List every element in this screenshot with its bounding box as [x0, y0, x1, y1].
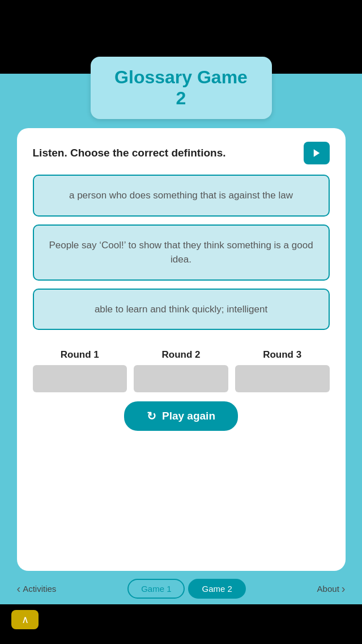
answer-option-2[interactable]: People say ‘Cool!’ to show that they thi… — [33, 224, 330, 281]
main-card: Listen. Choose the correct defintions. a… — [17, 128, 346, 571]
activities-label: Activities — [23, 584, 56, 594]
round-2-box — [134, 365, 228, 392]
round-2-col: Round 2 — [134, 349, 228, 392]
round-1-col: Round 1 — [33, 349, 127, 392]
bottom-nav: ‹ Activities Game 1 Game 2 About › — [17, 579, 346, 604]
about-label: About — [317, 584, 339, 594]
bottom-bar: ∧ — [0, 604, 362, 644]
title-banner: Glossary Game 2 — [91, 57, 272, 119]
game-2-button[interactable]: Game 2 — [188, 579, 245, 599]
instruction-row: Listen. Choose the correct defintions. — [33, 142, 330, 164]
nav-activities[interactable]: ‹ Activities — [17, 582, 57, 595]
round-3-col: Round 3 — [235, 349, 330, 392]
round-1-label: Round 1 — [61, 349, 99, 361]
rounds-section: Round 1 Round 2 Round 3 — [33, 349, 330, 392]
play-again-row: ↻ Play again — [33, 401, 330, 431]
play-icon — [312, 148, 322, 158]
answer-option-3[interactable]: able to learn and think quickly; intelli… — [33, 289, 330, 331]
play-again-button[interactable]: ↻ Play again — [124, 401, 238, 431]
game-1-button[interactable]: Game 1 — [127, 579, 185, 599]
svg-marker-0 — [313, 149, 320, 157]
nav-games: Game 1 Game 2 — [127, 579, 246, 599]
round-2-label: Round 2 — [162, 349, 201, 361]
scroll-up-button[interactable]: ∧ — [11, 610, 39, 629]
play-again-label: Play again — [162, 410, 215, 422]
app-title: Glossary Game 2 — [108, 67, 255, 109]
round-1-box — [33, 365, 127, 392]
answer-option-1[interactable]: a person who does something that is agai… — [33, 175, 330, 217]
screen: Glossary Game 2 Listen. Choose the corre… — [0, 0, 362, 644]
chevron-left-icon: ‹ — [17, 582, 21, 595]
refresh-icon: ↻ — [147, 409, 156, 423]
round-3-box — [235, 365, 330, 392]
chevron-right-icon: › — [342, 582, 346, 595]
round-3-label: Round 3 — [263, 349, 301, 361]
instruction-text: Listen. Choose the correct defintions. — [33, 147, 226, 159]
play-button[interactable] — [304, 142, 330, 164]
nav-about[interactable]: About › — [317, 582, 346, 595]
